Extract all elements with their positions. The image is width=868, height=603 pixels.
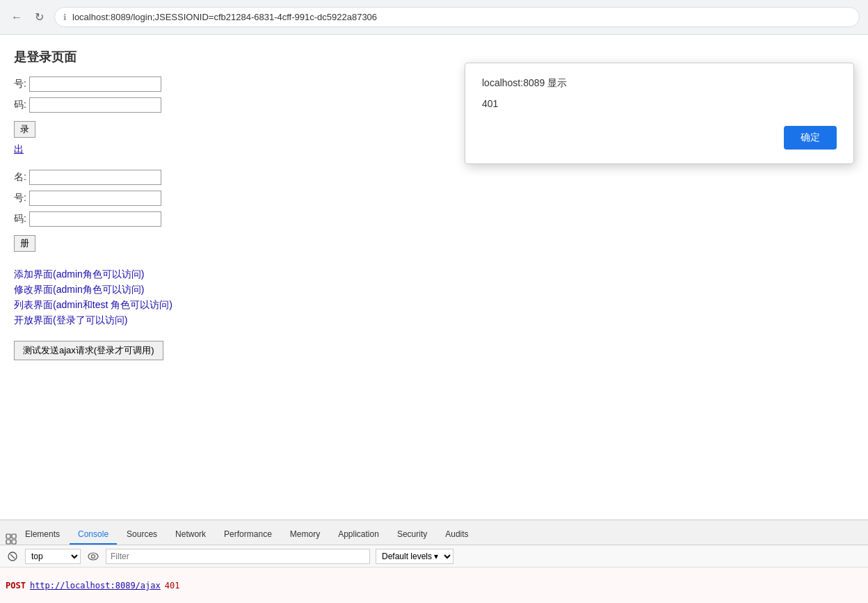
lock-icon: ℹ [63, 13, 67, 22]
devtools-panel-icon[interactable] [6, 533, 17, 545]
svg-rect-3 [12, 540, 16, 544]
console-status: 401 [165, 581, 180, 590]
reg-password-row: 码: [14, 211, 854, 227]
ajax-button[interactable]: 测试发送ajax请求(登录才可调用) [14, 341, 163, 360]
reg-nickname-row: 号: [14, 191, 854, 206]
link-add[interactable]: 添加界面(admin角色可以访问) [14, 268, 854, 281]
register-button[interactable]: 册 [14, 235, 35, 252]
alert-ok-button[interactable]: 确定 [784, 126, 837, 150]
filter-input[interactable] [106, 549, 370, 564]
tab-console[interactable]: Console [70, 525, 117, 545]
reg-username-label: 名: [14, 171, 26, 184]
alert-message: 401 [482, 98, 837, 109]
svg-point-7 [92, 554, 95, 558]
clear-console-button[interactable] [6, 549, 19, 563]
alert-footer: 确定 [482, 126, 837, 150]
tab-elements[interactable]: Elements [17, 525, 68, 545]
svg-line-5 [10, 554, 15, 558]
alert-dialog: localhost:8089 显示 401 确定 [465, 63, 854, 164]
tab-network[interactable]: Network [167, 525, 214, 545]
password-label: 码: [14, 99, 26, 111]
page-content: localhost:8089 显示 401 确定 是登录页面 号: 码: 录 出… [0, 35, 868, 520]
username-label: 号: [14, 78, 26, 90]
eye-icon[interactable] [86, 549, 100, 563]
back-button[interactable]: ← [8, 9, 25, 26]
levels-selector[interactable]: Default levels ▾ [376, 549, 453, 564]
tab-performance[interactable]: Performance [216, 525, 280, 545]
reg-username-input[interactable] [29, 170, 161, 185]
link-list[interactable]: 列表界面(admin和test 角色可以访问) [14, 299, 854, 312]
svg-rect-0 [6, 534, 10, 538]
alert-title: localhost:8089 显示 [482, 77, 837, 90]
reg-username-row: 名: [14, 170, 854, 185]
console-error-line: POST http://localhost:8089/ajax 401 [6, 581, 179, 590]
nav-buttons: ← ↻ [8, 9, 47, 26]
tab-memory[interactable]: Memory [282, 525, 328, 545]
devtools-console-content: POST http://localhost:8089/ajax 401 [0, 568, 868, 603]
address-bar[interactable]: ℹ localhost:8089/login;JSESSIONID=cfb212… [54, 7, 860, 27]
url-text: localhost:8089/login;JSESSIONID=cfb21284… [72, 12, 377, 22]
svg-rect-1 [12, 534, 16, 538]
links-section: 添加界面(admin角色可以访问) 修改界面(admin角色可以访问) 列表界面… [14, 268, 854, 327]
reg-nickname-input[interactable] [29, 191, 161, 206]
login-button[interactable]: 录 [14, 121, 35, 138]
context-selector[interactable]: top [25, 549, 81, 564]
svg-point-6 [88, 553, 98, 560]
username-input[interactable] [29, 77, 161, 92]
devtools-tabs: Elements Console Sources Network Perform… [0, 520, 868, 545]
link-edit[interactable]: 修改界面(admin角色可以访问) [14, 284, 854, 296]
reg-password-label: 码: [14, 213, 26, 225]
password-input[interactable] [29, 97, 161, 113]
reload-button[interactable]: ↻ [31, 9, 47, 26]
tab-sources[interactable]: Sources [118, 525, 166, 545]
tab-security[interactable]: Security [389, 525, 435, 545]
browser-chrome: ← ↻ ℹ localhost:8089/login;JSESSIONID=cf… [0, 0, 868, 35]
tab-audits[interactable]: Audits [437, 525, 476, 545]
devtools-toolbar: top Default levels ▾ [0, 545, 868, 568]
reg-nickname-label: 号: [14, 192, 26, 204]
devtools-panel: Elements Console Sources Network Perform… [0, 520, 868, 603]
tab-application[interactable]: Application [330, 525, 387, 545]
console-url[interactable]: http://localhost:8089/ajax [30, 581, 161, 590]
register-section: 名: 号: 码: 册 [14, 170, 854, 257]
console-method: POST [6, 581, 26, 590]
link-open[interactable]: 开放界面(登录了可以访问) [14, 314, 854, 327]
reg-password-input[interactable] [29, 211, 161, 227]
svg-rect-2 [6, 540, 10, 544]
